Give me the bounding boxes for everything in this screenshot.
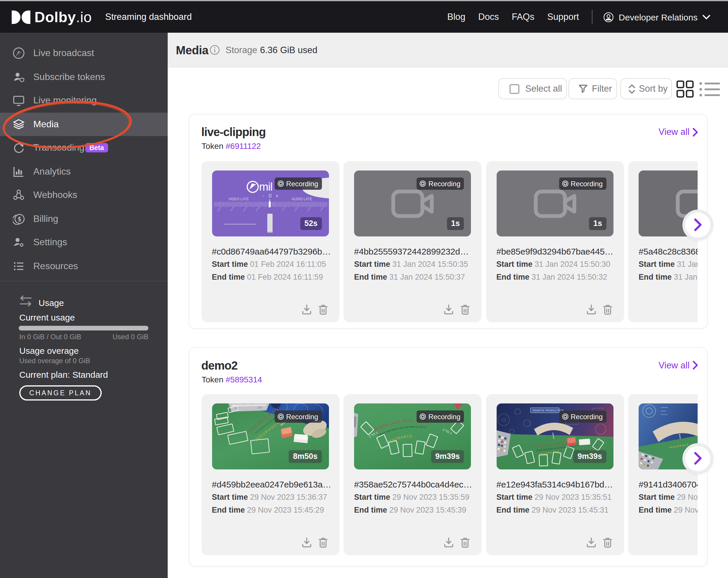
- svg-text:0: 0: [268, 193, 271, 199]
- svg-text:-: -: [262, 193, 264, 199]
- svg-text:mil: mil: [259, 181, 272, 193]
- svg-text:REMOTE PRODUCTION: REMOTE PRODUCTION: [532, 409, 564, 412]
- svg-text:VIDEO LATE: VIDEO LATE: [228, 197, 249, 201]
- svg-text:+: +: [275, 193, 279, 199]
- svg-text:AUDIO LATE: AUDIO LATE: [291, 197, 312, 201]
